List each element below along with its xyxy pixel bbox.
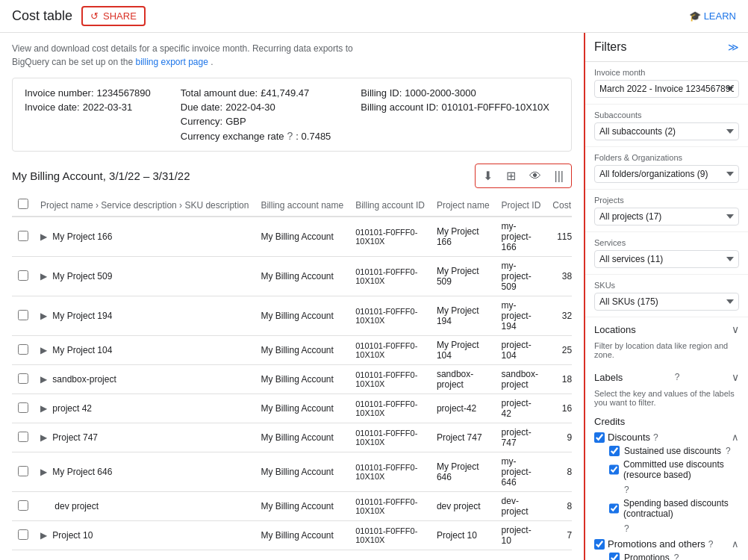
copy-button[interactable]: ⊞ [500,166,522,186]
total-value: £41,749.47 [261,87,309,99]
table-row: ▶ My Project 166 My Billing Account 0101… [12,217,572,257]
sustained-checkbox[interactable] [609,446,620,456]
row-billing-account: My Billing Account [255,296,349,336]
exchange-help-icon[interactable]: ? [287,130,293,142]
credits-title: Credits [594,416,739,427]
promotions-others-help[interactable]: ? [708,539,714,550]
row-project-name: ▶ Project 747 [34,423,255,452]
discounts-checkbox[interactable] [594,432,605,443]
folders-select[interactable]: All folders/organizations (9) [594,165,739,183]
billing-export-link[interactable]: billing export page [135,57,208,67]
row-cost: 3285.90 [546,296,572,336]
row-project-name2: Project 747 [431,423,496,452]
learn-button[interactable]: 🎓 LEARN [689,10,736,22]
subaccounts-select[interactable]: All subaccounts (2) [594,122,739,140]
row-cost: 800.40 [546,492,572,521]
info-text1: View and download cost details for a spe… [12,43,353,54]
folders-label: Folders & Organizations [594,153,739,162]
row-checkbox-9[interactable] [18,529,28,540]
row-checkbox-1[interactable] [18,270,28,281]
expand-icon-9[interactable]: ▶ [40,530,47,541]
info-text3: . [211,57,213,67]
table-row: dev project My Billing Account 010101-F0… [12,492,572,521]
columns-button[interactable]: ||| [549,166,570,186]
share-button[interactable]: ↺ SHARE [81,6,146,26]
filters-collapse-button[interactable]: ≫ [728,41,739,53]
discounts-collapse-icon[interactable]: ∧ [732,432,739,443]
row-billing-account: My Billing Account [255,365,349,394]
row-checkbox-8[interactable] [18,500,28,511]
row-checkbox-3[interactable] [18,344,28,355]
promotions-others-checkbox[interactable] [594,539,605,550]
invoice-col-2: Total amount due: £41,749.47 Due date: 2… [181,87,331,142]
promotions-collapse-icon[interactable]: ∧ [732,538,739,550]
eye-button[interactable]: 👁 [523,166,547,186]
invoice-number-value: 1234567890 [97,87,151,99]
expand-icon-1[interactable]: ▶ [40,271,47,281]
locations-section-header[interactable]: Locations ∨ [585,317,748,341]
row-project-name2: My Project 646 [431,452,496,492]
row-cost: 1641.04 [546,394,572,423]
col-cost[interactable]: Cost (£) ▼ [546,194,572,217]
expand-icon-6[interactable]: ▶ [40,432,47,443]
row-checkbox-6[interactable] [18,432,28,442]
currency-label: Currency: [181,116,222,127]
discounts-label: Discounts [608,432,650,443]
spending-help-icon[interactable]: ? [624,523,629,534]
skus-select[interactable]: All SKUs (175) [594,293,739,311]
row-project-name2: sandbox-project [431,365,496,394]
expand-icon-7[interactable]: ▶ [40,467,47,477]
row-checkbox-4[interactable] [18,373,28,384]
row-checkbox-cell [12,394,34,423]
table-row: ▶ My Project 646 My Billing Account 0101… [12,452,572,492]
expand-icon-5[interactable]: ▶ [40,403,47,414]
expand-icon-2[interactable]: ▶ [40,311,47,321]
row-cost: 11587.73 [546,217,572,257]
info-text2: BigQuery can be set up on the [12,57,133,67]
services-select[interactable]: All services (11) [594,250,739,268]
row-checkbox-5[interactable] [18,402,28,413]
row-checkbox-0[interactable] [18,231,28,241]
row-checkbox-7[interactable] [18,466,28,476]
row-billing-id: 010101-F0FFF0-10X10X [349,521,431,550]
info-bar: View and download cost details for a spe… [12,42,572,69]
projects-select[interactable]: All projects (17) [594,208,739,225]
invoice-month-select[interactable]: March 2022 - Invoice 1234567890 [594,80,739,98]
expand-icon-4[interactable]: ▶ [40,374,47,385]
table-row: ▶ Project 10 My Billing Account 010101-F… [12,521,572,550]
main-layout: View and download cost details for a spe… [0,33,748,560]
row-cost: 779.78 [546,521,572,550]
download-button[interactable]: ⬇ [477,166,499,186]
row-cost: 3885.45 [546,257,572,296]
labels-help-icon[interactable]: ? [675,372,680,382]
row-billing-account: My Billing Account [255,257,349,296]
prev-page-button[interactable]: ‹ [546,556,555,560]
row-billing-account: My Billing Account [255,521,349,550]
table-title: My Billing Account, 3/1/22 – 3/31/22 [12,169,190,182]
labels-desc: Select the key and values of the labels … [585,389,748,413]
committed-checkbox[interactable] [609,464,619,475]
expand-icon-0[interactable]: ▶ [40,231,47,242]
committed-help-icon[interactable]: ? [624,485,629,495]
row-checkbox-2[interactable] [18,310,28,320]
labels-section-header[interactable]: Labels ? ∨ [585,365,748,389]
discounts-help-icon[interactable]: ? [653,432,658,443]
invoice-number-label: Invoice number: [25,87,94,99]
select-all-checkbox[interactable] [18,199,28,209]
spending-checkbox[interactable] [609,503,619,514]
table-row: ▶ My Project 104 My Billing Account 0101… [12,336,572,365]
promotions-help-icon[interactable]: ? [674,553,679,560]
row-project-name2: Project 10 [431,521,496,550]
next-page-button[interactable]: › [562,556,572,560]
sustained-help-icon[interactable]: ? [726,446,731,456]
row-billing-account: My Billing Account [255,423,349,452]
pagination: Rows per page: 10 25 50 1 – 10 of 102 ‹ … [12,550,572,560]
currency-value: GBP [225,116,246,127]
share-label: SHARE [103,10,137,22]
expand-icon-3[interactable]: ▶ [40,345,47,355]
row-project-name: ▶ My Project 104 [34,336,255,365]
row-project-name: ▶ Project 10 [34,521,255,550]
row-project-name2: My Project 194 [431,296,496,336]
filter-invoice-month: Invoice month March 2022 - Invoice 12345… [585,62,748,105]
promotions-checkbox[interactable] [609,553,620,560]
